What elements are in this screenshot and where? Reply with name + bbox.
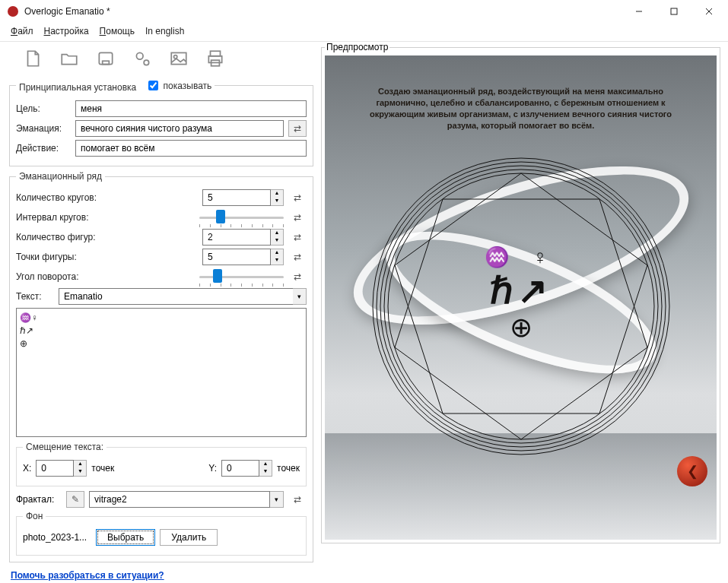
svg-point-7 [144, 60, 149, 65]
series-legend: Эманационный ряд [16, 171, 105, 182]
menu-lang[interactable]: In english [145, 26, 184, 36]
settings-gears-icon[interactable] [128, 46, 157, 71]
target-label: Цель: [16, 103, 71, 114]
text-label: Текст: [16, 291, 54, 302]
back-circle-button[interactable]: ❮ [677, 456, 707, 486]
action-label: Действие: [16, 143, 71, 154]
new-file-icon[interactable] [18, 46, 47, 71]
figure-count-spinner[interactable]: ▲▼ [202, 229, 284, 246]
save-icon[interactable] [91, 46, 120, 71]
delete-bg-button[interactable]: Удалить [160, 529, 218, 546]
fractal-label: Фрактал: [16, 494, 62, 505]
offset-legend: Смещение текста: [23, 442, 106, 452]
shuffle-fractal-icon[interactable]: ⇄ [288, 491, 307, 508]
text-combo[interactable]: ▾ [59, 288, 307, 305]
svg-rect-4 [99, 52, 112, 64]
offset-y-spinner[interactable]: ▲▼ [221, 460, 272, 477]
emanation-series-group: Эманационный ряд Количество кругов: ▲▼ ⇄… [9, 171, 313, 562]
menu-file[interactable]: Файл [11, 26, 33, 36]
circle-count-label: Количество кругов: [16, 192, 106, 203]
app-icon [8, 6, 18, 17]
preview-group: Предпросмотр Создаю эманационный ряд, во… [321, 42, 720, 543]
principal-install-group: Принципиальная установка показывать Цель… [9, 78, 313, 166]
open-folder-icon[interactable] [55, 46, 84, 71]
window-title: Overlogic Emanatio * [24, 6, 110, 17]
svg-rect-8 [171, 52, 186, 64]
print-icon[interactable] [201, 46, 230, 71]
preview-canvas: Создаю эманационный ряд, воздействующий … [325, 55, 717, 540]
circle-interval-slider[interactable] [199, 209, 284, 226]
help-situation-link[interactable]: Помочь разобраться в ситуации? [11, 570, 164, 581]
show-checkbox[interactable] [148, 81, 158, 90]
bg-legend: Фон [23, 511, 46, 521]
circle-count-spinner[interactable]: ▲▼ [202, 189, 284, 206]
help-link-row: Помочь разобраться в ситуации? [0, 566, 728, 583]
svg-point-6 [136, 52, 143, 59]
shuffle-figure-count-icon[interactable]: ⇄ [288, 229, 307, 246]
offset-x-unit: точек [91, 463, 114, 474]
chevron-down-icon[interactable]: ▾ [293, 288, 307, 305]
choose-bg-button[interactable]: Выбрать [96, 529, 155, 546]
figure-count-label: Количество фигур: [16, 232, 106, 242]
menubar: Файл Настройка Помощь In english [0, 23, 728, 42]
bg-filename: photo_2023-1... [23, 532, 91, 543]
emanation-input[interactable] [75, 120, 284, 137]
background-group: Фон photo_2023-1... Выбрать Удалить [16, 511, 307, 556]
rotation-slider[interactable] [199, 268, 284, 285]
glyph-canvas[interactable]: ♒♀ℏ↗⊕ [16, 308, 307, 437]
offset-y-unit: точек [277, 463, 300, 474]
fractal-combo[interactable]: ▾ [89, 491, 284, 508]
emanation-label: Эманация: [16, 123, 71, 134]
preview-glyphs: ♒ ♀ ℏ↗ ⊕ [325, 246, 717, 344]
figure-points-label: Точки фигуры: [16, 252, 106, 262]
preview-legend: Предпросмотр [325, 42, 389, 52]
principal-legend: Принципиальная установка показывать [16, 78, 215, 93]
close-button[interactable] [691, 0, 726, 23]
image-icon[interactable] [164, 46, 193, 71]
menu-help[interactable]: Помощь [100, 26, 135, 36]
target-input[interactable] [75, 100, 307, 117]
shuffle-circle-interval-icon[interactable]: ⇄ [288, 209, 307, 226]
edit-fractal-icon[interactable]: ✎ [66, 491, 84, 508]
show-label: показывать [164, 81, 212, 91]
shuffle-figure-points-icon[interactable]: ⇄ [288, 249, 307, 265]
circle-interval-label: Интервал кругов: [16, 212, 106, 223]
offset-x-spinner[interactable]: ▲▼ [36, 460, 87, 477]
minimize-button[interactable] [622, 0, 656, 23]
toolbar [9, 42, 313, 74]
shuffle-emanation-icon[interactable]: ⇄ [288, 120, 307, 137]
figure-points-spinner[interactable]: ▲▼ [202, 249, 284, 265]
titlebar: Overlogic Emanatio * [0, 0, 728, 23]
menu-settings[interactable]: Настройка [44, 26, 89, 36]
maximize-button[interactable] [656, 0, 691, 23]
preview-caption: Создаю эманационный ряд, воздействующий … [355, 86, 686, 131]
svg-rect-10 [211, 51, 221, 56]
chevron-down-icon[interactable]: ▾ [270, 491, 284, 508]
svg-rect-1 [671, 8, 677, 14]
offset-y-label: Y: [208, 463, 217, 474]
shuffle-rotation-icon[interactable]: ⇄ [288, 268, 307, 285]
rotation-label: Угол поворота: [16, 271, 106, 282]
text-offset-group: Смещение текста: X: ▲▼ точек Y: ▲▼ точек [16, 442, 307, 486]
shuffle-circle-count-icon[interactable]: ⇄ [288, 189, 307, 206]
svg-rect-5 [103, 61, 110, 64]
offset-x-label: X: [23, 463, 31, 474]
action-input[interactable] [75, 140, 307, 157]
